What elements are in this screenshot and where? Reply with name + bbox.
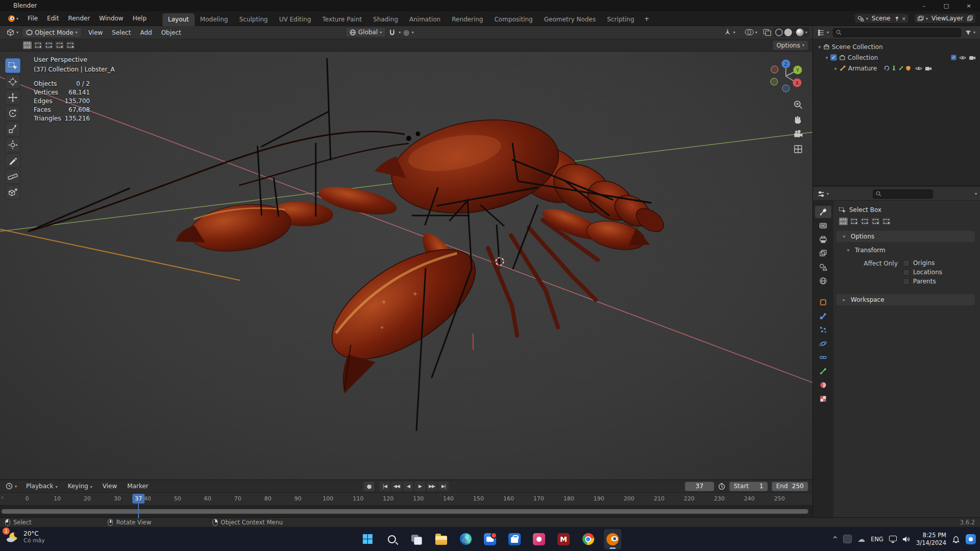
hide-eye-icon[interactable] <box>915 66 922 71</box>
network-icon[interactable] <box>889 536 897 541</box>
menu-item[interactable]: Window <box>95 13 128 24</box>
marker-menu[interactable]: Marker <box>123 481 153 492</box>
options-panel-header[interactable]: ▾ Options <box>836 231 975 242</box>
workspace-tab[interactable]: Layout <box>162 13 195 26</box>
jump-to-end-button[interactable]: ▶| <box>438 482 449 491</box>
auto-keying-record-button[interactable]: ● <box>364 482 375 491</box>
viewlayer-selector[interactable]: ▾ ViewLayer <box>914 13 976 23</box>
tab-modifiers[interactable] <box>815 310 831 322</box>
workspace-tab[interactable]: Sculpting <box>234 13 273 26</box>
add-workspace-button[interactable]: + <box>640 13 654 25</box>
select-mode-button[interactable]: × <box>871 217 880 226</box>
play-button[interactable]: ▶ <box>415 482 426 491</box>
shading-rendered-icon[interactable] <box>796 29 804 36</box>
viewport-canvas[interactable]: User Perspective (37) Collection | Lobst… <box>0 52 812 480</box>
start-button[interactable] <box>359 529 376 549</box>
tab-object[interactable] <box>815 296 831 308</box>
workspace-tab[interactable]: Rendering <box>446 13 488 26</box>
unlink-scene-icon[interactable]: × <box>902 16 906 21</box>
menu-item[interactable]: Render <box>63 13 95 24</box>
outliner-editor-type-button[interactable]: ▾ <box>816 28 830 38</box>
menu-item[interactable]: Help <box>128 13 151 24</box>
collection-checkbox[interactable]: ✓ <box>830 54 837 61</box>
playback-menu[interactable]: Playback ▾ <box>21 481 62 492</box>
checkbox[interactable] <box>903 278 909 285</box>
collection-exclude-checkbox[interactable]: ✓ <box>951 55 956 60</box>
workspace-tab[interactable]: Modeling <box>195 13 234 26</box>
affect-only-option[interactable]: Origins <box>903 259 942 267</box>
outliner-filter-button[interactable]: ▾ <box>964 28 977 38</box>
tab-world[interactable] <box>815 275 831 287</box>
select-mode-button[interactable]: × <box>55 41 64 50</box>
shading-dropdown[interactable]: ▾ <box>805 30 807 35</box>
tool-select-box[interactable] <box>5 58 20 73</box>
tab-physics[interactable] <box>815 338 831 350</box>
close-button[interactable]: × <box>958 0 980 11</box>
start-frame-field[interactable]: Start 1 <box>729 482 768 491</box>
select-mode-button[interactable]: − <box>44 41 54 50</box>
select-mode-button[interactable]: ∩ <box>65 41 75 50</box>
select-mode-button[interactable]: + <box>849 217 859 226</box>
task-view-button[interactable] <box>408 529 425 549</box>
xray-toggle-icon[interactable] <box>763 29 771 35</box>
tool-scale[interactable] <box>5 122 20 136</box>
notification-bell-icon[interactable] <box>952 535 960 543</box>
store-button[interactable] <box>506 529 523 549</box>
viewport-menu-item[interactable]: Add <box>135 27 156 38</box>
disable-render-camera-icon[interactable] <box>969 55 976 60</box>
transform-orientation-selector[interactable]: Global ▾ <box>345 27 386 37</box>
tab-output[interactable] <box>815 233 831 246</box>
chrome-button[interactable] <box>579 529 597 549</box>
end-frame-field[interactable]: End 250 <box>772 482 808 491</box>
tool-annotate[interactable] <box>5 153 20 168</box>
select-mode-button[interactable] <box>838 217 848 226</box>
outliner-search-input[interactable] <box>833 28 961 37</box>
minimize-button[interactable]: – <box>913 0 935 11</box>
camera-view-icon[interactable] <box>793 129 803 139</box>
clock-widget[interactable]: 8:25 PM 3/14/2024 <box>916 532 946 547</box>
tab-constraints[interactable] <box>815 351 831 364</box>
workspace-tab[interactable]: Animation <box>404 13 446 26</box>
tab-material[interactable] <box>815 379 831 391</box>
mail-app-button[interactable] <box>481 529 499 549</box>
snap-options-dropdown[interactable]: ▾ <box>399 30 401 35</box>
transform-subpanel-header[interactable]: ▾ Transform <box>835 245 976 255</box>
select-mode-button[interactable]: ∩ <box>881 217 891 226</box>
volume-icon[interactable] <box>902 536 911 543</box>
hidden-icons-chevron[interactable]: ^ <box>833 536 838 543</box>
blue-tray-app-icon[interactable] <box>966 534 976 544</box>
workspace-tab[interactable]: Texture Paint <box>317 13 367 26</box>
tool-cursor[interactable] <box>5 74 20 89</box>
proportional-edit-icon[interactable]: ◎ <box>403 29 409 36</box>
current-frame-field[interactable]: 37 <box>685 482 714 491</box>
taskbar-search-button[interactable] <box>383 529 401 549</box>
select-mode-button[interactable]: + <box>33 41 43 50</box>
tool-add-cube[interactable] <box>5 185 20 200</box>
m-app-button[interactable]: M <box>555 529 572 549</box>
pink-app-button[interactable] <box>530 529 548 549</box>
timeline-editor-type-button[interactable]: ▾ <box>4 481 18 491</box>
previous-keyframe-button[interactable]: ◀◀ <box>391 482 402 491</box>
gizmo-neg-x-axis[interactable] <box>771 66 778 73</box>
mode-selector[interactable]: Object Mode ▾ <box>22 28 82 38</box>
workspace-tab[interactable]: Shading <box>367 13 404 26</box>
tab-render[interactable] <box>815 220 831 232</box>
timeline-scrub-area[interactable] <box>0 506 812 517</box>
affect-only-option[interactable]: Locations <box>903 269 942 276</box>
onedrive-cloud-icon[interactable]: ☁ <box>857 535 865 544</box>
tab-scene[interactable] <box>815 261 831 273</box>
outliner-row-collection[interactable]: ▾ ✓ Collection ✓ <box>813 52 980 63</box>
edge-button[interactable] <box>457 529 474 549</box>
affect-only-option[interactable]: Parents <box>903 278 942 285</box>
snap-magnet-icon[interactable] <box>388 29 396 36</box>
properties-options-dropdown[interactable]: ▾ <box>975 191 977 196</box>
zoom-icon[interactable] <box>793 100 803 110</box>
tool-move[interactable] <box>5 90 20 105</box>
workspace-tab[interactable]: Scripting <box>601 13 640 26</box>
timeline-playhead[interactable]: 37 <box>132 494 145 504</box>
outliner-row-scene-collection[interactable]: ▾ Scene Collection <box>813 41 980 52</box>
properties-search-input[interactable] <box>873 189 933 199</box>
checkbox[interactable] <box>903 260 909 267</box>
timeline-horizontal-scrollbar[interactable] <box>2 509 808 514</box>
next-keyframe-button[interactable]: ▶▶ <box>427 482 437 491</box>
